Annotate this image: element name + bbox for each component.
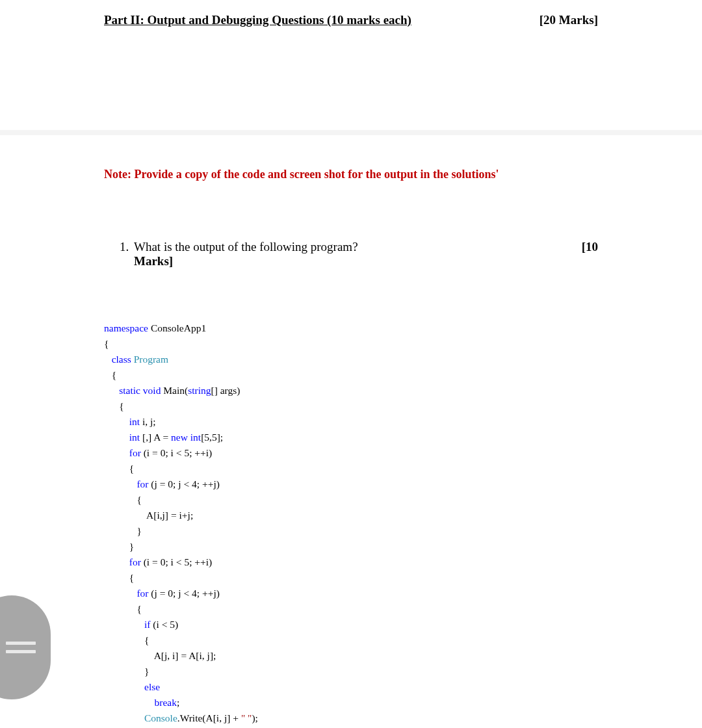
code-text: } (129, 541, 134, 552)
question-body: What is the output of the following prog… (134, 240, 598, 268)
kw-new: new (171, 432, 188, 443)
code-text: ConsoleApp1 (148, 322, 206, 333)
kw-for: for (136, 588, 148, 599)
code-text: [5,5]; (201, 432, 223, 443)
kw-int2: int (188, 432, 201, 443)
code-text: (i = 0; i < 5; ++i) (141, 556, 212, 567)
code-text: { (129, 463, 134, 474)
kw-else: else (144, 681, 160, 692)
question-text: What is the output of the following prog… (134, 240, 358, 254)
question-text-wrap: What is the output of the following prog… (134, 240, 358, 268)
section-title: Part II: Output and Debugging Questions … (104, 13, 411, 27)
menu-bar-icon (6, 642, 36, 645)
code-text: Main( (161, 385, 188, 396)
code-text: .Write(A[i, j] + (177, 712, 241, 723)
code-text: [] args) (211, 385, 240, 396)
code-text: { (119, 400, 124, 411)
str-space: " " (241, 712, 252, 723)
kw-static: static (119, 385, 140, 396)
code-text: [,] A = (140, 432, 171, 443)
kw-string: string (188, 385, 211, 396)
kw-int: int (129, 416, 140, 427)
kw-int: int (129, 432, 140, 443)
code-text: } (144, 666, 149, 677)
kw-class: class (112, 354, 131, 365)
code-text: A[i,j] = i+j; (146, 510, 193, 521)
note-text: Note: Provide a copy of the code and scr… (104, 168, 598, 181)
page-divider (0, 130, 702, 135)
code-text: (i < 5) (150, 619, 178, 630)
code-text: (i = 0; i < 5; ++i) (141, 447, 212, 458)
code-text: ); (252, 712, 257, 723)
code-text: { (136, 603, 141, 614)
section-marks: [20 Marks] (540, 13, 598, 27)
kw-void: void (140, 385, 161, 396)
kw-for: for (129, 556, 141, 567)
question-number: 1. (120, 240, 134, 254)
bottom-section: Note: Provide a copy of the code and scr… (0, 135, 702, 728)
code-block: namespace ConsoleApp1 { class Program { … (104, 320, 598, 728)
cls-program: Program (131, 354, 168, 365)
code-text: } (136, 525, 141, 536)
code-text: { (112, 369, 116, 380)
kw-for: for (129, 447, 141, 458)
question-marks-right: [10 (582, 240, 598, 268)
code-text: (j = 0; j < 4; ++j) (148, 588, 219, 599)
code-text: { (136, 494, 141, 505)
code-text: { (129, 572, 134, 583)
cls-console: Console (144, 712, 177, 723)
document-page: Part II: Output and Debugging Questions … (0, 0, 702, 728)
kw-namespace: namespace (104, 322, 148, 333)
question-marks-trail: Marks] (134, 254, 173, 268)
question-1: 1. What is the output of the following p… (120, 240, 598, 268)
header-row: Part II: Output and Debugging Questions … (104, 13, 598, 27)
top-section: Part II: Output and Debugging Questions … (0, 0, 702, 130)
code-text: { (104, 338, 109, 349)
code-text: i, j; (140, 416, 156, 427)
code-text: (j = 0; j < 4; ++j) (148, 478, 219, 489)
menu-bar-icon (6, 650, 36, 653)
kw-for: for (136, 478, 148, 489)
kw-break: break (155, 697, 177, 708)
code-text: A[j, i] = A[i, j]; (154, 650, 216, 661)
code-text: { (144, 634, 149, 645)
code-text: ; (177, 697, 179, 708)
